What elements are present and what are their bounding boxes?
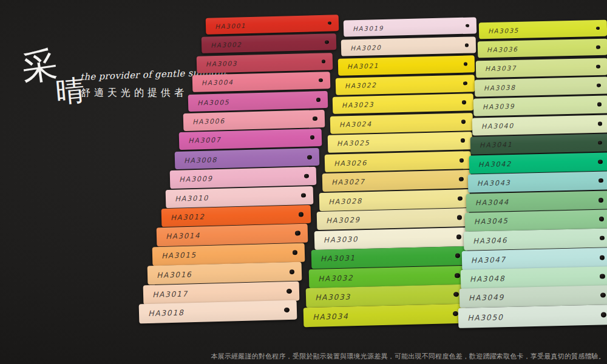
hang-hole bbox=[597, 103, 602, 107]
hang-hole bbox=[595, 26, 600, 30]
color-code-label: HA3025 bbox=[327, 139, 370, 148]
hang-hole bbox=[600, 293, 606, 298]
color-card-ha3042: HA3042 bbox=[469, 152, 607, 174]
color-code-label: HA3020 bbox=[341, 43, 381, 52]
color-card-ha3030: HA3030 bbox=[314, 227, 469, 249]
color-code-label: HA3037 bbox=[476, 64, 517, 73]
color-code-label: HA3021 bbox=[338, 62, 379, 71]
color-card-ha3040: HA3040 bbox=[472, 115, 607, 135]
color-card-ha3007: HA3007 bbox=[179, 129, 322, 150]
color-card-ha3005: HA3005 bbox=[188, 91, 327, 112]
color-card-ha3022: HA3022 bbox=[335, 75, 474, 95]
color-code-label: HA3024 bbox=[330, 120, 372, 129]
color-code-label: HA3001 bbox=[206, 22, 246, 30]
color-code-label: HA3009 bbox=[170, 174, 213, 184]
hang-hole bbox=[293, 250, 298, 255]
color-code-label: HA3016 bbox=[148, 270, 192, 280]
hang-hole bbox=[465, 24, 469, 27]
color-code-label: HA3014 bbox=[157, 232, 200, 241]
hang-hole bbox=[458, 196, 463, 200]
hang-hole bbox=[464, 62, 468, 66]
hang-hole bbox=[295, 231, 300, 236]
color-card-ha3006: HA3006 bbox=[183, 110, 325, 131]
hang-hole bbox=[455, 272, 460, 277]
hang-hole bbox=[453, 292, 459, 297]
color-code-label: HA3044 bbox=[466, 198, 509, 207]
color-code-label: HA3012 bbox=[161, 212, 205, 222]
color-code-label: HA3008 bbox=[174, 155, 217, 165]
color-card-ha3034: HA3034 bbox=[304, 303, 466, 326]
hang-hole bbox=[599, 178, 603, 183]
color-code-label: HA3050 bbox=[458, 312, 503, 323]
color-card-ha3046: HA3046 bbox=[463, 229, 607, 251]
color-card-ha3008: HA3008 bbox=[174, 148, 319, 170]
color-card-ha3001: HA3001 bbox=[206, 15, 339, 35]
color-card-photo: 采 晴 the provider of gentle sunlight 舒適天光… bbox=[0, 0, 607, 364]
hang-hole bbox=[600, 274, 605, 278]
hang-hole bbox=[283, 308, 289, 312]
color-card-ha3043: HA3043 bbox=[467, 172, 607, 193]
color-card-ha3035: HA3035 bbox=[479, 20, 607, 39]
color-code-label: HA3005 bbox=[188, 98, 229, 107]
color-code-label: HA3046 bbox=[464, 236, 507, 246]
color-code-label: HA3035 bbox=[479, 26, 519, 34]
hang-hole bbox=[457, 215, 462, 220]
color-card-ha3041: HA3041 bbox=[470, 133, 607, 154]
hang-hole bbox=[456, 234, 461, 239]
color-code-label: HA3047 bbox=[462, 255, 506, 265]
color-code-label: HA3027 bbox=[322, 177, 365, 187]
color-code-label: HA3003 bbox=[197, 59, 237, 69]
hang-hole bbox=[319, 78, 323, 83]
hang-hole bbox=[460, 138, 465, 143]
color-code-label: HA3004 bbox=[192, 79, 234, 88]
hang-hole bbox=[287, 288, 292, 293]
hang-hole bbox=[310, 136, 315, 140]
hang-hole bbox=[598, 160, 603, 164]
color-card-ha3027: HA3027 bbox=[322, 170, 470, 192]
color-code-label: HA3026 bbox=[325, 158, 367, 167]
color-card-ha3018: HA3018 bbox=[138, 300, 296, 324]
color-code-label: HA3029 bbox=[317, 215, 361, 225]
hang-hole bbox=[453, 311, 458, 315]
color-code-label: HA3038 bbox=[475, 83, 516, 92]
color-code-label: HA3043 bbox=[467, 178, 510, 188]
hang-hole bbox=[298, 212, 303, 217]
color-card-ha3038: HA3038 bbox=[475, 76, 607, 96]
color-code-label: HA3010 bbox=[166, 194, 209, 203]
color-code-label: HA3031 bbox=[311, 254, 356, 264]
color-code-label: HA3032 bbox=[309, 274, 354, 283]
color-code-label: HA3045 bbox=[465, 217, 509, 227]
color-code-label: HA3039 bbox=[473, 103, 515, 112]
color-card-ha3029: HA3029 bbox=[317, 208, 470, 230]
color-card-ha3003: HA3003 bbox=[197, 53, 333, 73]
hang-hole bbox=[463, 81, 467, 86]
color-code-label: HA3022 bbox=[336, 81, 377, 90]
hang-hole bbox=[597, 121, 602, 126]
color-code-label: HA3048 bbox=[461, 274, 506, 284]
hang-hole bbox=[599, 198, 603, 202]
color-code-label: HA3042 bbox=[469, 160, 512, 169]
color-card-ha3044: HA3044 bbox=[466, 190, 607, 212]
color-code-label: HA3036 bbox=[478, 46, 518, 54]
color-code-label: HA3019 bbox=[344, 24, 384, 33]
color-code-label: HA3002 bbox=[202, 41, 242, 49]
hang-hole bbox=[325, 40, 329, 44]
color-card-ha3037: HA3037 bbox=[476, 58, 607, 78]
hang-hole bbox=[599, 236, 604, 241]
color-card-ha3031: HA3031 bbox=[311, 246, 468, 269]
hang-hole bbox=[327, 21, 331, 25]
hang-hole bbox=[307, 155, 312, 159]
swatch-board: HA3001HA3002HA3003HA3004HA3005HA3006HA30… bbox=[0, 0, 607, 364]
hang-hole bbox=[597, 84, 601, 88]
hang-hole bbox=[600, 312, 606, 317]
color-code-label: HA3049 bbox=[459, 294, 504, 303]
hang-hole bbox=[316, 98, 320, 102]
color-card-ha3025: HA3025 bbox=[327, 132, 472, 153]
color-card-ha3039: HA3039 bbox=[473, 96, 607, 116]
hang-hole bbox=[301, 193, 306, 198]
color-code-label: HA3041 bbox=[470, 141, 513, 150]
color-card-ha3026: HA3026 bbox=[325, 151, 472, 172]
hang-hole bbox=[455, 254, 461, 258]
hang-hole bbox=[462, 100, 466, 104]
hang-hole bbox=[600, 255, 605, 260]
